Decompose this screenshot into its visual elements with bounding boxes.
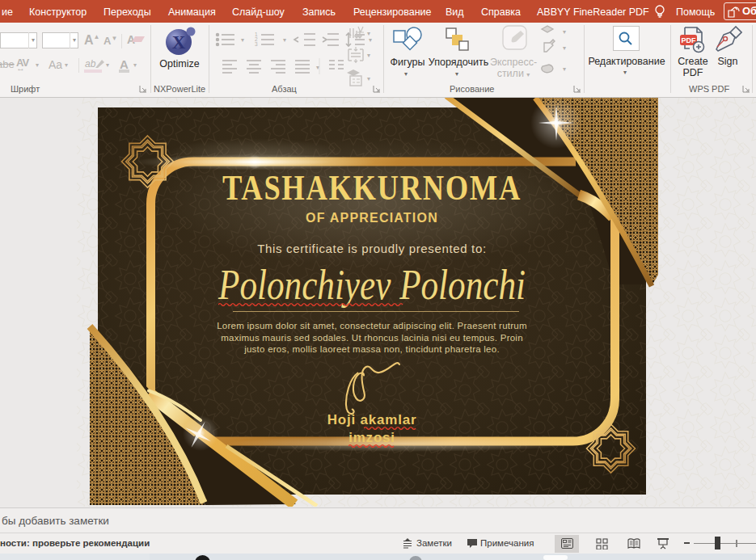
svg-text:▾: ▾ (316, 64, 319, 71)
svg-text:▾: ▾ (367, 52, 370, 59)
svg-text:▾: ▾ (563, 44, 566, 52)
svg-text:X: X (172, 32, 186, 53)
svg-text:▾: ▾ (241, 36, 244, 44)
svg-text:▾: ▾ (563, 65, 566, 73)
svg-text:▾: ▾ (367, 75, 370, 82)
svg-text:▾: ▾ (563, 28, 566, 36)
svg-text:PDF: PDF (682, 36, 697, 44)
svg-text:▾: ▾ (283, 36, 286, 44)
svg-text:3: 3 (255, 41, 258, 47)
svg-text:▾: ▾ (367, 30, 370, 37)
